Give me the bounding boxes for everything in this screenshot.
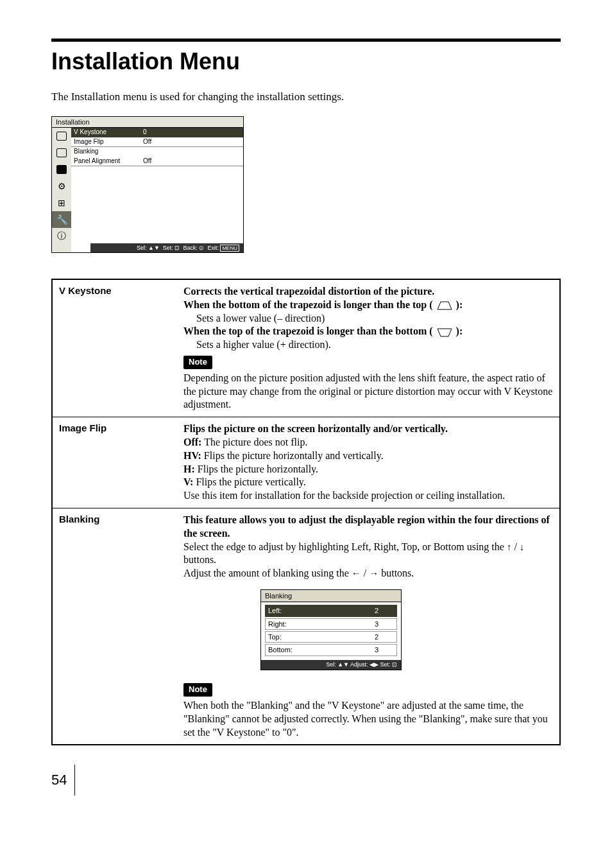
menu-icon: ⚙ [52, 178, 71, 195]
blanking-row-top: Top: 2 [265, 631, 397, 643]
inst-content-column: V Keystone 0 Image Flip Off Blanking Pan… [71, 128, 243, 252]
intro-text: The Installation menu is used for changi… [51, 91, 561, 103]
top-rule [51, 39, 561, 42]
settings-table: V Keystone Corrects the vertical trapezo… [51, 279, 561, 745]
desc-imageflip: Flips the picture on the screen horizont… [177, 417, 560, 508]
desc-vkeystone: Corrects the vertical trapezoidal distor… [177, 279, 560, 417]
blanking-row-bottom: Bottom: 3 [265, 644, 397, 655]
trapezoid-wide-bottom-icon [437, 300, 452, 311]
blanking-subbox: Blanking Left: 2 Right: 3 Top: 2 [260, 589, 402, 670]
inst-row-panelalign: Panel Alignment Off [71, 157, 243, 166]
menu-icon: ⓘ [52, 228, 71, 245]
label-imageflip: Image Flip [52, 417, 177, 508]
trapezoid-wide-top-icon [437, 327, 452, 338]
row-imageflip: Image Flip Flips the picture on the scre… [52, 417, 560, 508]
menu-icon [52, 128, 71, 144]
blanking-row-left: Left: 2 [265, 605, 397, 616]
menu-icon [52, 144, 71, 161]
right-arrow-icon: → [369, 568, 378, 578]
installation-menu-screenshot: Installation ⚙ ⊞ 🔧 ⓘ V Keystone 0 Image … [51, 116, 244, 253]
inst-footer: Sel: ▲▼ Set: ⊡ Back: ⊙ Exit: MENU [90, 243, 243, 252]
desc-blanking: This feature allows you to adjust the di… [177, 508, 560, 745]
label-vkeystone: V Keystone [52, 279, 177, 417]
menu-icon: ⊞ [52, 195, 71, 211]
row-vkeystone: V Keystone Corrects the vertical trapezo… [52, 279, 560, 417]
menu-icon [52, 161, 71, 178]
inst-row-vkeystone: V Keystone 0 [71, 128, 243, 137]
row-blanking: Blanking This feature allows you to adju… [52, 508, 560, 745]
blanking-footer: Sel: ▲▼ Adjust: ◀▶ Set: ⊡ [261, 660, 401, 670]
down-arrow-icon: ↓ [520, 542, 525, 552]
blanking-row-right: Right: 3 [265, 618, 397, 630]
label-blanking: Blanking [52, 508, 177, 745]
up-arrow-icon: ↑ [507, 542, 512, 552]
inst-icon-column: ⚙ ⊞ 🔧 ⓘ [52, 128, 71, 252]
page-heading: Installation Menu [51, 48, 561, 75]
svg-marker-0 [438, 302, 452, 309]
inst-row-imageflip: Image Flip Off [71, 137, 243, 147]
svg-marker-1 [438, 329, 452, 336]
menu-icon-selected: 🔧 [52, 211, 71, 228]
page-divider [74, 765, 75, 795]
left-arrow-icon: ← [352, 568, 361, 578]
page-number: 54 [51, 765, 561, 795]
note-badge: Note [183, 356, 212, 369]
note-badge: Note [183, 683, 212, 697]
inst-menu-title: Installation [52, 117, 243, 128]
inst-row-blanking: Blanking [71, 147, 243, 157]
blanking-box-title: Blanking [261, 590, 401, 602]
